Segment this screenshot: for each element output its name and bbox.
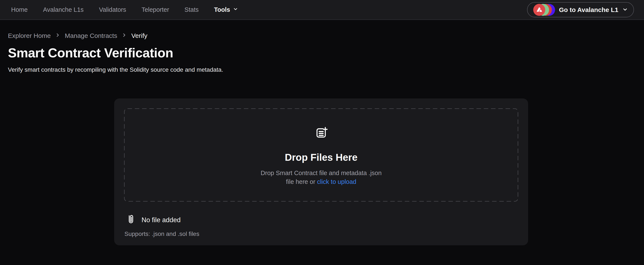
- avalanche-logo-icon: [533, 4, 545, 16]
- page-title: Smart Contract Verification: [8, 45, 634, 60]
- nav-item-tools[interactable]: Tools: [214, 6, 238, 13]
- dropzone-description: Drop Smart Contract file and metadata .j…: [261, 169, 382, 186]
- go-to-avalanche-l1-button[interactable]: Go to Avalanche L1: [527, 2, 634, 17]
- click-to-upload-link[interactable]: click to upload: [317, 178, 356, 185]
- breadcrumb-explorer-home[interactable]: Explorer Home: [8, 32, 51, 39]
- nav-item-teleporter[interactable]: Teleporter: [142, 6, 169, 13]
- breadcrumb-verify: Verify: [131, 32, 147, 39]
- file-status-row: No file added: [128, 214, 518, 226]
- chain-logo-stack: [533, 4, 555, 16]
- nav-links: Home Avalanche L1s Validators Teleporter…: [11, 6, 527, 13]
- nav-item-home[interactable]: Home: [11, 6, 28, 13]
- main-content: Explorer Home Manage Contracts Verify Sm…: [0, 20, 644, 245]
- file-dropzone[interactable]: Drop Files Here Drop Smart Contract file…: [124, 108, 518, 202]
- paperclip-icon: [128, 214, 134, 226]
- nav-item-avalanche-l1s[interactable]: Avalanche L1s: [43, 6, 84, 13]
- nav-item-tools-label: Tools: [214, 6, 230, 13]
- page-subtitle: Verify smart contracts by recompiling wi…: [8, 66, 634, 73]
- breadcrumb-manage-contracts[interactable]: Manage Contracts: [65, 32, 117, 39]
- dropzone-heading: Drop Files Here: [285, 152, 358, 163]
- cta-chevron-down-icon: [622, 7, 628, 13]
- file-status-text: No file added: [142, 216, 181, 224]
- supported-files-text: Supports: .json and .sol files: [124, 230, 518, 237]
- breadcrumb-chevron-icon: [122, 32, 127, 39]
- document-plus-icon: [314, 126, 328, 140]
- top-navbar: Home Avalanche L1s Validators Teleporter…: [0, 0, 644, 20]
- nav-item-validators[interactable]: Validators: [99, 6, 126, 13]
- breadcrumb: Explorer Home Manage Contracts Verify: [8, 32, 634, 39]
- dropzone-description-line2: file here or: [286, 178, 315, 185]
- breadcrumb-chevron-icon: [55, 32, 60, 39]
- cta-label: Go to Avalanche L1: [559, 6, 618, 14]
- dropzone-description-line1: Drop Smart Contract file and metadata .j…: [261, 169, 382, 176]
- upload-card: Drop Files Here Drop Smart Contract file…: [114, 98, 528, 245]
- nav-item-stats[interactable]: Stats: [184, 6, 199, 13]
- chevron-down-icon: [233, 6, 238, 13]
